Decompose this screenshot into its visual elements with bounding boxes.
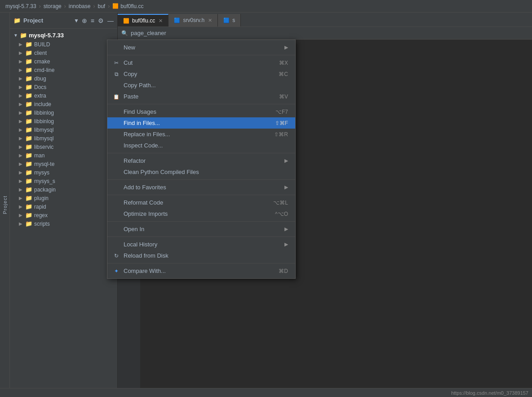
- breadcrumb-part-2[interactable]: storage: [44, 3, 62, 9]
- minimize-icon[interactable]: —: [107, 17, 114, 24]
- menu-item-optimize-imports[interactable]: Optimize Imports ^⌥O: [107, 208, 295, 219]
- tree-root-label: mysql-5.7.33: [29, 32, 64, 39]
- menu-sep-1: [107, 55, 295, 55]
- breadcrumb-part-3[interactable]: innobase: [69, 3, 91, 9]
- tree-arrow: ▶: [19, 102, 22, 107]
- collapse-all-icon[interactable]: ⊕: [82, 17, 87, 24]
- tree-item-man[interactable]: ▶ 📁 man: [10, 151, 117, 160]
- menu-sep-6: [107, 221, 295, 222]
- menu-item-clean-python-label: Clean Python Compiled Files: [124, 169, 288, 175]
- folder-icon-docs: 📁: [25, 84, 32, 90]
- menu-item-inspect-code[interactable]: Inspect Code...: [107, 140, 295, 151]
- menu-item-find-usages[interactable]: Find Usages ⌥F7: [107, 106, 295, 117]
- menu-item-copy-path-label: Copy Path...: [124, 82, 288, 89]
- menu-item-reformat-code[interactable]: Reformat Code ⌥⌘L: [107, 197, 295, 208]
- tab-close-2[interactable]: ✕: [208, 18, 212, 23]
- tree-item-libbinlog1[interactable]: ▶ 📁 libbinlog: [10, 108, 117, 117]
- tree-arrow: ▶: [19, 127, 22, 132]
- menu-item-copy-path[interactable]: Copy Path...: [107, 80, 295, 91]
- folder-icon-cmdline: 📁: [25, 67, 32, 73]
- menu-item-find-in-files-label: Find in Files...: [124, 120, 271, 126]
- menu-arrow-favorites: ▶: [284, 184, 288, 190]
- menu-item-add-favorites[interactable]: Add to Favorites ▶: [107, 182, 295, 193]
- tree-item-extra[interactable]: ▶ 📁 extra: [10, 91, 117, 100]
- tree-arrow: ▶: [19, 136, 22, 141]
- tree-item-rapid[interactable]: ▶ 📁 rapid: [10, 202, 117, 211]
- tree-item-label: cmake: [34, 58, 50, 65]
- folder-icon-libmysql1: 📁: [25, 126, 32, 133]
- tab-buf0flu[interactable]: 🟧 buf0flu.cc ✕: [118, 14, 168, 27]
- tree-item-plugin[interactable]: ▶ 📁 plugin: [10, 194, 117, 202]
- tree-item-cmdline[interactable]: ▶ 📁 cmd-line: [10, 66, 117, 74]
- search-input[interactable]: [131, 30, 528, 36]
- menu-item-find-in-files[interactable]: Find in Files... ⇧⌘F: [107, 117, 295, 129]
- menu-item-reload-disk[interactable]: Reload from Disk: [107, 250, 295, 261]
- tree-item-libbinlog2[interactable]: ▶ 📁 libbinlog: [10, 117, 117, 125]
- menu-item-clean-python[interactable]: Clean Python Compiled Files: [107, 166, 295, 178]
- tree-item-client[interactable]: ▶ 📁 client: [10, 49, 117, 57]
- tree-item-label: libbinlog: [34, 118, 54, 125]
- folder-icon-libmysql2: 📁: [25, 135, 32, 142]
- scroll-to-top-icon[interactable]: ≡: [91, 17, 94, 24]
- folder-icon-dbug: 📁: [25, 75, 32, 82]
- reload-disk-icon: [113, 253, 120, 259]
- breadcrumb: mysql-5.7.33 › storage › innobase › buf …: [0, 0, 532, 13]
- menu-item-new[interactable]: New ▶: [107, 42, 295, 53]
- menu-item-cut[interactable]: Cut ⌘X: [107, 57, 295, 68]
- status-bar: https://blog.csdn.net/m0_37389157: [0, 388, 532, 397]
- tree-item-label: libservic: [34, 144, 53, 150]
- menu-item-compare-with[interactable]: Compare With... ⌘D: [107, 265, 295, 277]
- tab-srv0srv[interactable]: 🟦 srv0srv.h ✕: [168, 14, 218, 27]
- tab-label-1: buf0flu.cc: [132, 18, 155, 24]
- menu-item-replace-in-files[interactable]: Replace in Files... ⇧⌘R: [107, 129, 295, 140]
- menu-item-copy[interactable]: Copy ⌘C: [107, 68, 295, 80]
- menu-sep-3: [107, 153, 295, 153]
- breadcrumb-part-1[interactable]: mysql-5.7.33: [5, 3, 36, 9]
- menu-item-open-in[interactable]: Open In ▶: [107, 223, 295, 235]
- tab-file-icon-1: 🟧: [123, 18, 129, 24]
- project-vertical-tab[interactable]: Project: [0, 13, 10, 397]
- tree-item-cmake[interactable]: ▶ 📁 cmake: [10, 57, 117, 66]
- project-tree: ▼ 📁 mysql-5.7.33 ▶ 📁 BUILD ▶ 📁 client ▶ …: [10, 29, 117, 397]
- tree-arrow: ▶: [19, 213, 22, 218]
- tree-item-libservic[interactable]: ▶ 📁 libservic: [10, 143, 117, 151]
- tree-arrow: ▶: [19, 204, 22, 209]
- tree-item-include[interactable]: ▶ 📁 include: [10, 100, 117, 108]
- tree-root-item[interactable]: ▼ 📁 mysql-5.7.33: [10, 31, 117, 40]
- tree-item-mysql-te[interactable]: ▶ 📁 mysql-te: [10, 160, 117, 168]
- menu-item-refactor[interactable]: Refactor ▶: [107, 155, 295, 166]
- tree-arrow: ▶: [19, 93, 22, 98]
- tree-item-mysys[interactable]: ▶ 📁 mysys: [10, 168, 117, 177]
- project-tab-label: Project: [2, 196, 8, 214]
- breadcrumb-sep-2: ›: [64, 3, 66, 9]
- tree-item-libmysql1[interactable]: ▶ 📁 libmysql: [10, 125, 117, 134]
- breadcrumb-part-4[interactable]: buf: [98, 3, 105, 9]
- folder-icon-mysys-s: 📁: [25, 178, 32, 184]
- tree-arrow: ▶: [19, 144, 22, 149]
- tab-s[interactable]: 🟦 s: [218, 14, 241, 27]
- menu-item-local-history[interactable]: Local History ▶: [107, 239, 295, 250]
- settings-icon[interactable]: ⚙: [98, 17, 104, 24]
- tab-close-1[interactable]: ✕: [159, 18, 163, 24]
- menu-sep-5: [107, 195, 295, 195]
- breadcrumb-part-5[interactable]: buf0flu.cc: [120, 3, 143, 9]
- folder-icon-man: 📁: [25, 152, 32, 159]
- menu-sep-7: [107, 236, 295, 237]
- tree-item-regex[interactable]: ▶ 📁 regex: [10, 211, 117, 219]
- cut-icon: [113, 60, 120, 66]
- optimize-shortcut: ^⌥O: [275, 211, 288, 217]
- cut-shortcut: ⌘X: [279, 60, 288, 66]
- tree-item-libmysql2[interactable]: ▶ 📁 libmysql: [10, 134, 117, 143]
- tree-arrow: ▶: [19, 178, 22, 183]
- tree-item-mysys-s[interactable]: ▶ 📁 mysys_s: [10, 177, 117, 185]
- tree-item-build[interactable]: ▶ 📁 BUILD: [10, 40, 117, 49]
- menu-item-paste[interactable]: Paste ⌘V: [107, 91, 295, 102]
- menu-arrow-refactor: ▶: [284, 158, 288, 164]
- tree-arrow: ▶: [19, 221, 22, 226]
- tree-item-scripts[interactable]: ▶ 📁 scripts: [10, 219, 117, 228]
- tree-item-dbug[interactable]: ▶ 📁 dbug: [10, 74, 117, 83]
- tree-item-docs[interactable]: ▶ 📁 Docs: [10, 83, 117, 91]
- tree-item-label: man: [34, 152, 44, 159]
- tree-item-packagin[interactable]: ▶ 📁 packagin: [10, 185, 117, 194]
- tree-root-arrow: ▼: [13, 33, 18, 38]
